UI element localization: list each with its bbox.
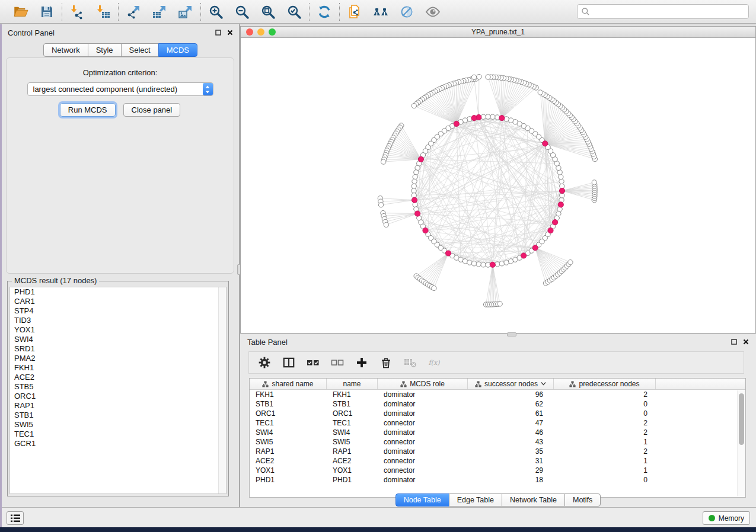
table-cell: dominator xyxy=(378,428,468,437)
memory-button[interactable]: Memory xyxy=(703,511,750,525)
table-row[interactable]: SWI5SWI5connector431 xyxy=(250,437,745,447)
import-table-icon[interactable] xyxy=(94,2,112,21)
table-row[interactable]: PHD1PHD1dominator180 xyxy=(250,475,745,485)
mcds-result-item[interactable]: FKH1 xyxy=(10,363,226,373)
table-cell: connector xyxy=(378,418,468,428)
search-input[interactable] xyxy=(590,8,745,16)
float-panel-icon[interactable] xyxy=(215,28,221,37)
mcds-result-item[interactable]: ACE2 xyxy=(10,373,226,382)
table-cell: ACE2 xyxy=(250,456,327,466)
tab-network-table[interactable]: Network Table xyxy=(502,493,565,507)
tab-edge-table[interactable]: Edge Table xyxy=(449,493,502,507)
tab-style[interactable]: Style xyxy=(88,43,122,57)
mcds-result-item[interactable]: SRD1 xyxy=(10,344,226,354)
table-row[interactable]: YOX1YOX1connector291 xyxy=(250,466,745,475)
column-header-predecessor-nodes[interactable]: predecessor nodes xyxy=(554,379,656,389)
network-window-titlebar[interactable]: YPA_prune.txt_1 xyxy=(241,27,755,38)
criterion-dropdown[interactable]: largest connected component (undirected) xyxy=(27,82,213,96)
toggle-details-icon[interactable] xyxy=(398,2,416,21)
table-row[interactable]: ORC1ORC1dominator610 xyxy=(250,409,745,418)
mcds-result-item[interactable]: STB1 xyxy=(10,411,226,420)
export-table-icon[interactable] xyxy=(151,2,168,21)
tab-mcds[interactable]: MCDS xyxy=(158,43,197,57)
clone-network-icon[interactable] xyxy=(346,2,363,21)
table-cell: STB1 xyxy=(327,399,378,409)
horizontal-splitter-handle[interactable] xyxy=(507,332,516,336)
columns-icon[interactable] xyxy=(282,355,296,370)
network-canvas[interactable] xyxy=(241,38,755,333)
add-row-icon[interactable] xyxy=(355,355,369,370)
column-header-MCDS-role[interactable]: MCDS role xyxy=(378,379,468,389)
control-panel: Control Panel NetworkStyleSelectMCDS Opt… xyxy=(2,24,239,507)
zoom-in-icon[interactable] xyxy=(207,2,225,21)
mcds-result-item[interactable]: PMA2 xyxy=(10,354,226,363)
save-session-icon[interactable] xyxy=(38,2,56,21)
mcds-result-item[interactable]: SWI5 xyxy=(10,420,226,430)
column-header-name[interactable]: name xyxy=(327,379,378,389)
export-network-icon[interactable] xyxy=(125,2,142,21)
tab-motifs[interactable]: Motifs xyxy=(564,493,601,507)
export-image-icon[interactable] xyxy=(177,2,194,21)
close-panel-button[interactable]: Close panel xyxy=(123,103,181,117)
table-cell: RAP1 xyxy=(327,447,378,456)
task-history-button[interactable] xyxy=(7,511,24,525)
tab-network[interactable]: Network xyxy=(43,43,88,57)
scrollbar-track[interactable] xyxy=(218,287,226,493)
mcds-panel: Optimization criterion: largest connecte… xyxy=(6,57,234,274)
table-row[interactable]: RAP1RAP1dominator352 xyxy=(250,447,745,456)
table-cell: 96 xyxy=(468,390,554,399)
svg-text:f(x): f(x) xyxy=(428,359,440,367)
zoom-fit-icon[interactable] xyxy=(259,2,277,21)
scrollbar-thumb[interactable] xyxy=(739,393,744,445)
tab-node-table[interactable]: Node Table xyxy=(395,493,449,507)
table-row[interactable]: STB1STB1dominator620 xyxy=(250,399,745,409)
mcds-result-item[interactable]: ORC1 xyxy=(10,392,226,401)
status-bar: Memory xyxy=(0,507,756,527)
tab-select[interactable]: Select xyxy=(121,43,159,57)
mcds-result-item[interactable]: STB5 xyxy=(10,382,226,392)
mcds-result-item[interactable]: PHD1 xyxy=(10,287,226,297)
search-box[interactable] xyxy=(577,4,749,19)
table-cell: 2 xyxy=(554,390,656,399)
float-panel-icon[interactable] xyxy=(731,338,737,347)
mcds-result-item[interactable]: YOX1 xyxy=(10,325,226,335)
search-icon xyxy=(581,7,590,16)
sort-desc-icon xyxy=(541,382,546,386)
mcds-result-item[interactable]: RAP1 xyxy=(10,401,226,411)
mcds-result-item[interactable]: CAR1 xyxy=(10,297,226,306)
table-row[interactable]: FKH1FKH1dominator962 xyxy=(250,390,745,399)
show-hide-icon[interactable] xyxy=(424,2,442,21)
mcds-result-item[interactable]: GCR1 xyxy=(10,439,226,448)
mcds-result-item[interactable]: SWI4 xyxy=(10,335,226,344)
table-cell: 1 xyxy=(554,466,656,475)
mcds-result-item[interactable]: STP4 xyxy=(10,306,226,316)
mcds-result-title: MCDS result (17 nodes) xyxy=(12,276,99,285)
network-graph[interactable] xyxy=(241,38,755,333)
zoom-out-icon[interactable] xyxy=(233,2,251,21)
table-row[interactable]: SWI4SWI4dominator462 xyxy=(250,428,745,437)
mcds-result-list[interactable]: PHD1CAR1STP4TID3YOX1SWI4SRD1PMA2FKH1ACE2… xyxy=(9,287,227,494)
table-row[interactable]: ACE2ACE2connector311 xyxy=(250,456,745,466)
run-mcds-button[interactable]: Run MCDS xyxy=(60,103,116,117)
refresh-layout-icon[interactable] xyxy=(315,2,333,21)
table-cell: connector xyxy=(378,437,468,447)
deselect-all-icon[interactable] xyxy=(330,355,344,370)
delete-row-icon[interactable] xyxy=(379,355,393,370)
column-header-successor-nodes[interactable]: successor nodes xyxy=(468,379,554,389)
zoom-selected-icon[interactable] xyxy=(285,2,303,21)
open-file-icon[interactable] xyxy=(12,2,30,21)
mcds-result-item[interactable]: TEC1 xyxy=(10,430,226,439)
table-cell: ORC1 xyxy=(250,409,327,418)
import-network-icon[interactable] xyxy=(68,2,86,21)
close-panel-icon[interactable] xyxy=(743,338,749,347)
mcds-result-item[interactable]: TID3 xyxy=(10,316,226,325)
table-row[interactable]: TEC1TEC1connector472 xyxy=(250,418,745,428)
binoculars-icon[interactable] xyxy=(372,2,390,21)
scrollbar-track[interactable] xyxy=(737,390,745,496)
select-all-icon[interactable] xyxy=(306,355,320,370)
column-header-shared-name[interactable]: shared name xyxy=(250,379,327,389)
table-cell: PHD1 xyxy=(327,475,378,485)
close-panel-icon[interactable] xyxy=(227,28,233,37)
table-cell: FKH1 xyxy=(250,390,327,399)
gear-icon[interactable] xyxy=(257,355,272,370)
